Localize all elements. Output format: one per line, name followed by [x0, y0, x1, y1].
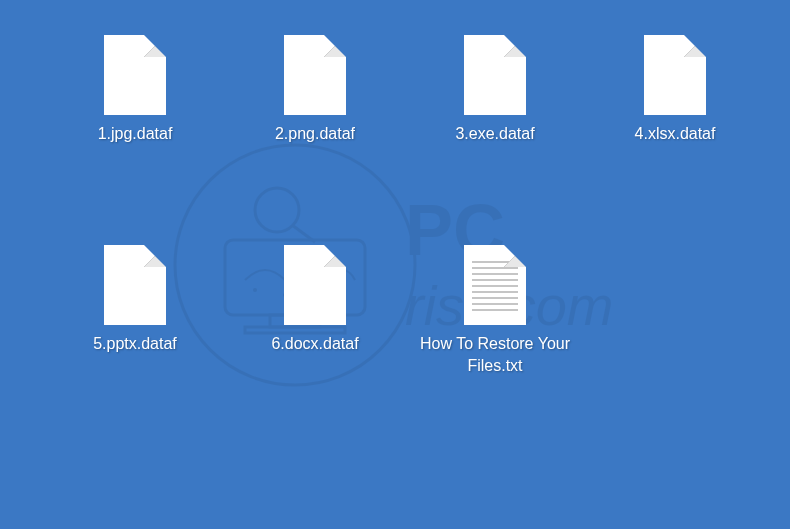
file-icon — [284, 35, 346, 115]
file-icon — [284, 245, 346, 325]
text-file-icon — [464, 245, 526, 325]
file-label: 5.pptx.dataf — [93, 333, 177, 355]
file-item[interactable]: 3.exe.dataf — [410, 30, 580, 230]
file-label: 6.docx.dataf — [271, 333, 358, 355]
file-icon — [104, 35, 166, 115]
file-label: 4.xlsx.dataf — [635, 123, 716, 145]
file-item[interactable]: How To Restore Your Files.txt — [410, 240, 580, 440]
file-icon — [104, 245, 166, 325]
file-label: 1.jpg.dataf — [98, 123, 173, 145]
file-label: 3.exe.dataf — [455, 123, 534, 145]
file-item[interactable]: 4.xlsx.dataf — [590, 30, 760, 230]
file-item[interactable]: 1.jpg.dataf — [50, 30, 220, 230]
file-label: How To Restore Your Files.txt — [415, 333, 575, 378]
file-item[interactable]: 5.pptx.dataf — [50, 240, 220, 440]
file-item[interactable]: 6.docx.dataf — [230, 240, 400, 440]
desktop-file-grid: 1.jpg.dataf 2.png.dataf 3.exe.dataf 4.xl… — [0, 0, 790, 470]
file-item[interactable]: 2.png.dataf — [230, 30, 400, 230]
file-icon — [644, 35, 706, 115]
file-icon — [464, 35, 526, 115]
file-label: 2.png.dataf — [275, 123, 355, 145]
